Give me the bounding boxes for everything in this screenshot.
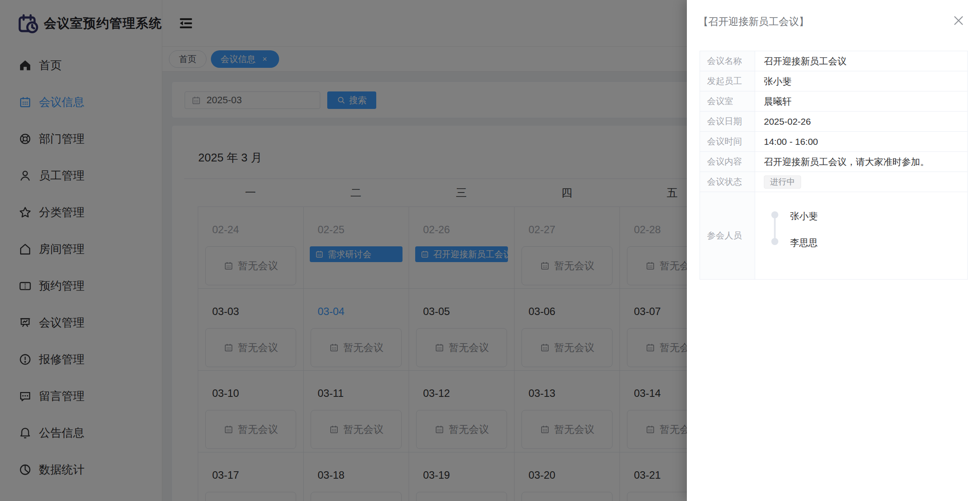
field-label: 会议状态: [700, 172, 755, 192]
field-label: 发起员工: [700, 71, 755, 91]
timeline: 张小斐 李思思: [755, 192, 967, 280]
table-row: 参会人员 张小斐 李思思: [700, 192, 967, 280]
close-icon[interactable]: [952, 14, 965, 27]
status-badge: 进行中: [764, 175, 801, 189]
field-value: 进行中: [755, 172, 967, 192]
field-label: 会议时间: [700, 132, 755, 151]
meeting-detail-drawer: 【召开迎接新员工会议】 会议名称 召开迎接新员工会议 发起员工 张小斐 会议室 …: [687, 0, 980, 501]
participant-name: 张小斐: [790, 210, 818, 222]
table-row: 会议名称 召开迎接新员工会议: [700, 51, 967, 71]
field-value: 14:00 - 16:00: [755, 132, 967, 151]
timeline-line: [774, 218, 776, 238]
field-label: 会议日期: [700, 112, 755, 131]
table-row: 会议室 晨曦轩: [700, 91, 967, 112]
field-value: 召开迎接新员工会议，请大家准时参加。: [755, 152, 967, 172]
table-row: 会议日期 2025-02-26: [700, 112, 967, 132]
table-row: 会议状态 进行中: [700, 172, 967, 192]
table-row: 会议时间 14:00 - 16:00: [700, 132, 967, 152]
meeting-detail-table: 会议名称 召开迎接新员工会议 发起员工 张小斐 会议室 晨曦轩 会议日期 202…: [700, 51, 968, 280]
table-row: 发起员工 张小斐: [700, 71, 967, 91]
timeline-node-icon: [771, 211, 778, 218]
table-row: 会议内容 召开迎接新员工会议，请大家准时参加。: [700, 152, 967, 172]
field-label: 会议名称: [700, 51, 755, 71]
field-label: 会议内容: [700, 152, 755, 172]
field-value: 晨曦轩: [755, 91, 967, 111]
field-label: 会议室: [700, 91, 755, 111]
field-label: 参会人员: [700, 192, 755, 279]
field-value: 2025-02-26: [755, 112, 967, 131]
timeline-node-icon: [771, 238, 778, 245]
drawer-title: 【召开迎接新员工会议】: [698, 15, 809, 28]
field-value: 召开迎接新员工会议: [755, 51, 967, 71]
field-value: 张小斐: [755, 71, 967, 91]
participants-timeline: 张小斐 李思思: [755, 192, 967, 279]
drawer-header: 【召开迎接新员工会议】: [687, 0, 980, 42]
participant-name: 李思思: [790, 237, 818, 249]
